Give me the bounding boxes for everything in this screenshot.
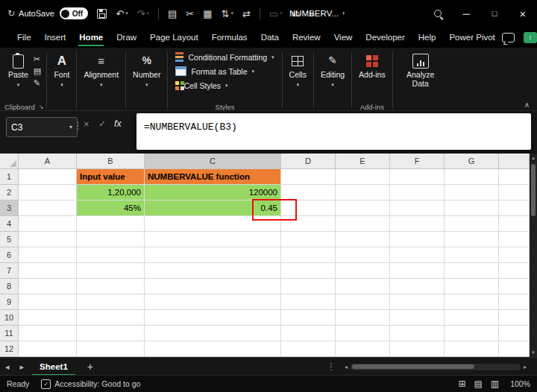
row-header-10[interactable]: 10 bbox=[0, 310, 19, 326]
cell-B10[interactable] bbox=[77, 310, 145, 326]
cell-H9[interactable] bbox=[499, 294, 530, 310]
cell-D8[interactable] bbox=[281, 279, 336, 294]
row-header-2[interactable]: 2 bbox=[0, 185, 19, 200]
cell-B11[interactable] bbox=[77, 326, 145, 341]
cell-G2[interactable] bbox=[445, 185, 499, 200]
cut-ribbon-icon[interactable]: ✂ bbox=[34, 54, 41, 64]
autosave-toggle[interactable]: Off bbox=[60, 7, 88, 19]
row-header-8[interactable]: 8 bbox=[0, 279, 19, 294]
cell-B12[interactable] bbox=[77, 341, 145, 357]
cell-F1[interactable] bbox=[390, 169, 445, 185]
cell-C7[interactable] bbox=[145, 263, 281, 279]
cell-C8[interactable] bbox=[145, 279, 281, 294]
cell-F4[interactable] bbox=[390, 216, 445, 232]
cell-H2[interactable] bbox=[499, 185, 530, 200]
cell-F11[interactable] bbox=[390, 326, 445, 341]
row-header-1[interactable]: 1 bbox=[0, 169, 19, 185]
sort-dropdown-icon[interactable]: ▾ bbox=[230, 10, 233, 16]
cell-G12[interactable] bbox=[445, 341, 499, 357]
undo-button[interactable]: ↶ ▾ bbox=[116, 8, 128, 19]
swap-button[interactable]: ⇄ bbox=[242, 8, 251, 19]
cell-H6[interactable] bbox=[499, 247, 530, 263]
sheet-nav-right-icon[interactable]: ▸ bbox=[15, 358, 30, 376]
cell-G1[interactable] bbox=[445, 169, 499, 185]
cell-B6[interactable] bbox=[77, 247, 145, 263]
cell-D9[interactable] bbox=[281, 294, 336, 310]
cell-E4[interactable] bbox=[336, 216, 390, 232]
cell-A9[interactable] bbox=[19, 294, 77, 310]
tab-draw[interactable]: Draw bbox=[110, 28, 143, 46]
cell-B9[interactable] bbox=[77, 294, 145, 310]
cell-F9[interactable] bbox=[390, 294, 445, 310]
cell-E6[interactable] bbox=[336, 247, 390, 263]
cell-F7[interactable] bbox=[390, 263, 445, 279]
sheet-tab-sheet1[interactable]: Sheet1 bbox=[29, 358, 78, 376]
row-header-11[interactable]: 11 bbox=[0, 326, 19, 341]
cells-group-button[interactable]: Cells ▾ bbox=[286, 50, 310, 113]
column-header-F[interactable]: F bbox=[390, 154, 445, 169]
cell-B1[interactable]: Input value bbox=[77, 169, 145, 185]
cell-C9[interactable] bbox=[145, 294, 281, 310]
minimize-button[interactable]: ─ bbox=[452, 0, 480, 27]
cell-A4[interactable] bbox=[19, 216, 77, 232]
cell-E10[interactable] bbox=[336, 310, 390, 326]
sheet-nav-left-icon[interactable]: ◂ bbox=[0, 358, 15, 376]
page-break-view-icon[interactable]: ▥ bbox=[491, 379, 499, 389]
redo-button[interactable]: ↷ ▾ bbox=[137, 8, 149, 19]
cell-A8[interactable] bbox=[19, 279, 77, 294]
picture-button[interactable]: ▦ bbox=[203, 8, 212, 19]
paste-dropdown-icon[interactable]: ▾ bbox=[17, 82, 20, 88]
cell-A7[interactable] bbox=[19, 263, 77, 279]
cell-F6[interactable] bbox=[390, 247, 445, 263]
cell-D3[interactable] bbox=[281, 200, 336, 216]
cell-H4[interactable] bbox=[499, 216, 530, 232]
cell-C11[interactable] bbox=[145, 326, 281, 341]
cell-D10[interactable] bbox=[281, 310, 336, 326]
row-header-3[interactable]: 3 bbox=[0, 200, 19, 216]
formula-input[interactable]: =NUMBERVALUE(B3) bbox=[136, 113, 531, 150]
tab-page-layout[interactable]: Page Layout bbox=[143, 28, 205, 46]
cell-G10[interactable] bbox=[445, 310, 499, 326]
cell-F10[interactable] bbox=[390, 310, 445, 326]
cell-A1[interactable] bbox=[19, 169, 77, 185]
cell-A5[interactable] bbox=[19, 232, 77, 247]
cell-E8[interactable] bbox=[336, 279, 390, 294]
undo-dropdown-icon[interactable]: ▾ bbox=[125, 10, 128, 16]
vertical-scrollbar[interactable]: ▴ ▾ bbox=[530, 154, 537, 357]
select-all-corner[interactable] bbox=[0, 154, 19, 169]
cell-F5[interactable] bbox=[390, 232, 445, 247]
tab-review[interactable]: Review bbox=[286, 28, 327, 46]
cell-B3[interactable]: 45% bbox=[77, 200, 145, 216]
format-as-table-button[interactable]: Format as Table ▾ bbox=[171, 64, 278, 78]
editing-group-button[interactable]: ✎ Editing ▾ bbox=[317, 50, 348, 113]
cell-G5[interactable] bbox=[445, 232, 499, 247]
close-button[interactable]: × bbox=[509, 0, 537, 27]
format-painter-icon[interactable]: ✎ bbox=[34, 78, 41, 88]
cell-C5[interactable] bbox=[145, 232, 281, 247]
cell-C3[interactable]: 0.45 bbox=[145, 200, 281, 216]
sheetbar-grip-icon[interactable]: ⋮ bbox=[321, 358, 342, 376]
cell-G3[interactable] bbox=[445, 200, 499, 216]
cell-E7[interactable] bbox=[336, 263, 390, 279]
scroll-right-icon[interactable]: ▸ bbox=[521, 364, 530, 370]
cell-A11[interactable] bbox=[19, 326, 77, 341]
font-group-button[interactable]: A Font ▾ bbox=[50, 50, 73, 113]
cell-G6[interactable] bbox=[445, 247, 499, 263]
cell-B8[interactable] bbox=[77, 279, 145, 294]
cell-H8[interactable] bbox=[499, 279, 530, 294]
cell-C6[interactable] bbox=[145, 247, 281, 263]
vertical-scroll-thumb[interactable] bbox=[531, 164, 536, 216]
cell-C2[interactable]: 120000 bbox=[145, 185, 281, 200]
cell-B7[interactable] bbox=[77, 263, 145, 279]
cell-D2[interactable] bbox=[281, 185, 336, 200]
cell-E12[interactable] bbox=[336, 341, 390, 357]
cell-D6[interactable] bbox=[281, 247, 336, 263]
add-sheet-button[interactable]: + bbox=[78, 358, 102, 376]
redo-dropdown-icon[interactable]: ▾ bbox=[147, 10, 150, 16]
new-doc-button[interactable]: ▭ ▾ bbox=[269, 8, 283, 19]
cell-F12[interactable] bbox=[390, 341, 445, 357]
insert-function-button[interactable]: fx bbox=[114, 118, 122, 129]
row-header-12[interactable]: 12 bbox=[0, 341, 19, 357]
cell-H7[interactable] bbox=[499, 263, 530, 279]
tab-file[interactable]: File bbox=[10, 28, 38, 46]
